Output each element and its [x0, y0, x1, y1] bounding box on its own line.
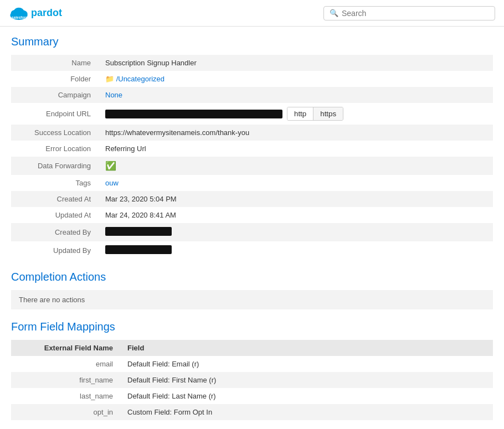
mapping-label-first-name: first_name: [11, 372, 122, 388]
https-button[interactable]: https: [313, 107, 343, 120]
pardot-text: pardot: [31, 7, 62, 19]
checkbox-checked-icon: ✅: [105, 161, 116, 170]
tags-link[interactable]: ouw: [105, 179, 119, 187]
completion-actions-title: Completion Actions: [11, 271, 493, 283]
table-row: Folder 📁 /Uncategorized: [11, 71, 493, 87]
form-field-mappings-title: Form Field Mappings: [11, 321, 493, 333]
mapping-value-last-name: Default Field: Last Name (r): [122, 388, 493, 404]
field-label-forwarding: Data Forwarding: [11, 157, 100, 175]
field-label-tags: Tags: [11, 175, 100, 191]
mapping-label-opt-in: opt_in: [11, 404, 122, 420]
field-label-folder: Folder: [11, 71, 100, 87]
endpoint-wrap: http https: [105, 107, 487, 121]
table-row: first_name Default Field: First Name (r): [11, 372, 493, 388]
search-icon: 🔍: [330, 9, 338, 17]
field-value-created-by: [100, 223, 493, 241]
table-row: Updated By: [11, 241, 493, 260]
no-actions-message: There are no actions: [11, 290, 493, 309]
table-row: Campaign None: [11, 87, 493, 103]
field-label-name: Name: [11, 55, 100, 71]
svg-text:salesforce: salesforce: [12, 15, 29, 19]
field-label-created-at: Created At: [11, 191, 100, 207]
field-value-endpoint: http https: [100, 103, 493, 125]
mapping-value-opt-in: Custom Field: Form Opt In: [122, 404, 493, 420]
summary-title: Summary: [11, 35, 493, 48]
header: salesforce pardot 🔍: [0, 0, 504, 27]
field-label-endpoint: Endpoint URL: [11, 103, 100, 125]
field-value-success: https://whatevermysitenameis.com/thank-y…: [100, 125, 493, 141]
field-label-updated-by: Updated By: [11, 241, 100, 260]
field-label-success: Success Location: [11, 125, 100, 141]
mapping-value-email: Default Field: Email (r): [122, 356, 493, 372]
completion-actions-section: Completion Actions There are no actions: [11, 271, 493, 309]
redacted-updated-by: [105, 245, 172, 254]
field-label-updated-at: Updated At: [11, 207, 100, 223]
table-row: last_name Default Field: Last Name (r): [11, 388, 493, 404]
header-field-name: Field: [122, 340, 493, 356]
field-value-name: Subscription Signup Handler: [100, 55, 493, 71]
main-content: Summary Name Subscription Signup Handler…: [0, 27, 504, 429]
search-container[interactable]: 🔍: [323, 6, 495, 20]
mapping-label-email: email: [11, 356, 122, 372]
table-row: email Default Field: Email (r): [11, 356, 493, 372]
field-label-created-by: Created By: [11, 223, 100, 241]
field-value-updated-by: [100, 241, 493, 260]
mapping-label-last-name: last_name: [11, 388, 122, 404]
redacted-url: [105, 110, 282, 118]
campaign-link[interactable]: None: [105, 91, 122, 99]
folder-link[interactable]: /Uncategorized: [116, 75, 164, 83]
logo-area: salesforce pardot: [9, 6, 62, 21]
table-row: Data Forwarding ✅: [11, 157, 493, 175]
field-label-campaign: Campaign: [11, 87, 100, 103]
field-value-created-at: Mar 23, 2020 5:04 PM: [100, 191, 493, 207]
table-row: Error Location Referring Url: [11, 141, 493, 157]
table-row: Created At Mar 23, 2020 5:04 PM: [11, 191, 493, 207]
table-row: opt_in Custom Field: Form Opt In: [11, 404, 493, 420]
table-row: Tags ouw: [11, 175, 493, 191]
field-value-tags: ouw: [100, 175, 493, 191]
table-row: Success Location https://whatevermysiten…: [11, 125, 493, 141]
search-input[interactable]: [342, 9, 489, 18]
http-toggle[interactable]: http https: [287, 107, 343, 121]
field-value-error: Referring Url: [100, 141, 493, 157]
table-row: External Field Name Field: [11, 340, 493, 356]
redacted-created-by: [105, 227, 172, 236]
field-label-error: Error Location: [11, 141, 100, 157]
header-external-field: External Field Name: [11, 340, 122, 356]
table-row: Updated At Mar 24, 2020 8:41 AM: [11, 207, 493, 223]
table-row: Endpoint URL http https: [11, 103, 493, 125]
form-field-mappings-section: Form Field Mappings External Field Name …: [11, 321, 493, 420]
mappings-table: External Field Name Field email Default …: [11, 340, 493, 420]
folder-icon: 📁: [105, 75, 114, 83]
field-value-updated-at: Mar 24, 2020 8:41 AM: [100, 207, 493, 223]
http-button[interactable]: http: [287, 107, 313, 120]
field-value-campaign: None: [100, 87, 493, 103]
table-row: Created By: [11, 223, 493, 241]
salesforce-logo: salesforce: [9, 6, 29, 21]
field-value-forwarding: ✅: [100, 157, 493, 175]
table-row: Name Subscription Signup Handler: [11, 55, 493, 71]
field-value-folder: 📁 /Uncategorized: [100, 71, 493, 87]
summary-table: Name Subscription Signup Handler Folder …: [11, 55, 493, 260]
mapping-value-first-name: Default Field: First Name (r): [122, 372, 493, 388]
